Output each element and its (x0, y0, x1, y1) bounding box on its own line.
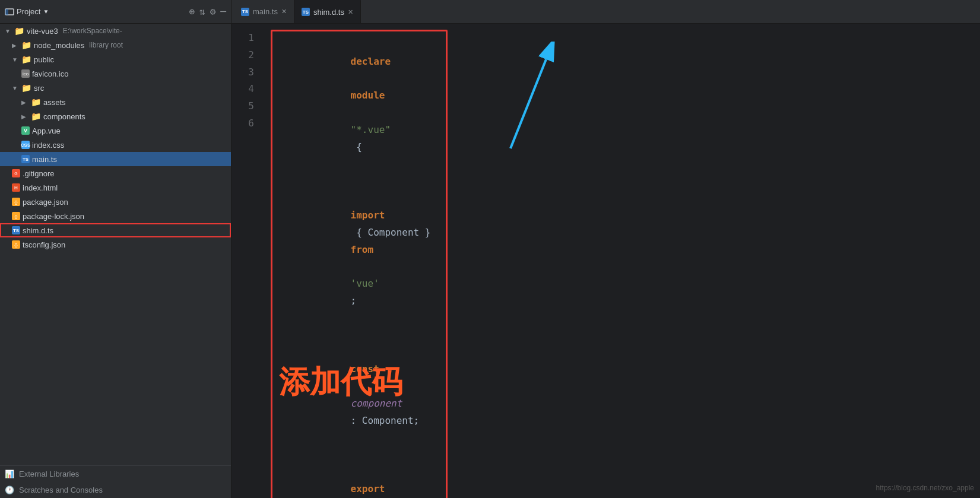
layout-icon[interactable]: ⇅ (199, 6, 205, 17)
main-area: ▼ 📁 vite-vue3 E:\workSpace\vite- ▶ 📁 nod… (0, 24, 980, 498)
app-vue-icon: V (21, 126, 30, 135)
ts-icon-main: TS (241, 8, 249, 16)
kw-export: export (351, 483, 385, 494)
str-vue: 'vue' (351, 278, 379, 289)
index-css-icon: CSS (21, 141, 30, 149)
tab-label-main: main.ts (253, 7, 278, 16)
root-path: E:\workSpace\vite- (63, 27, 122, 35)
src-folder-icon: 📁 (21, 83, 31, 93)
index-html-icon: H (12, 183, 20, 192)
code-line-4: export default component ; (282, 446, 436, 498)
line-num-5: 5 (231, 98, 254, 115)
components-folder-icon: 📁 (31, 112, 41, 121)
sidebar-item-src[interactable]: ▼ 📁 src (0, 81, 231, 95)
shim-ts-icon: TS (12, 226, 20, 234)
tab-close-shim[interactable]: ✕ (348, 8, 353, 16)
line-num-2: 2 (231, 47, 254, 64)
sidebar-item-node-modules[interactable]: ▶ 📁 node_modules library root (0, 38, 231, 52)
line-num-1: 1 (231, 30, 254, 47)
root-folder-icon: 📁 (14, 26, 24, 36)
code-content: declare module "*.vue" { import { Compon… (261, 30, 980, 492)
sidebar-bottom: 📊 External Libraries 🕐 Scratches and Con… (0, 465, 231, 498)
scratches-label: Scratches and Consoles (19, 486, 103, 494)
kw-module: module (351, 90, 385, 101)
root-label: vite-vue3 (27, 27, 58, 36)
external-libraries-icon: 📊 (5, 470, 14, 478)
sidebar-item-index-html[interactable]: H index.html (0, 180, 231, 195)
project-arrow: ▼ (43, 8, 49, 15)
components-label: components (43, 112, 85, 121)
tab-shim-d-ts[interactable]: TS shim.d.ts ✕ (294, 0, 361, 23)
scratches-item[interactable]: 🕐 Scratches and Consoles (0, 482, 231, 498)
public-chevron: ▼ (12, 56, 19, 63)
shim-d-ts-label: shim.d.ts (23, 226, 53, 235)
sidebar-item-components[interactable]: ▶ 📁 components (0, 109, 231, 123)
sidebar-item-package-lock-json[interactable]: {} package-lock.json (0, 209, 231, 223)
node-modules-sublabel: library root (89, 41, 123, 49)
components-chevron: ▶ (21, 113, 28, 120)
code-line-1: declare module "*.vue" { (282, 36, 436, 173)
sidebar-item-favicon[interactable]: ico favicon.ico (0, 66, 231, 81)
kw-import: import (351, 210, 385, 221)
project-panel-header: Project ▼ ⊕ ⇅ ⚙ ─ (0, 0, 231, 23)
add-icon[interactable]: ⊕ (189, 6, 195, 17)
index-html-label: index.html (23, 183, 58, 192)
public-folder-icon: 📁 (21, 55, 31, 64)
toolbar-icons: ⊕ ⇅ ⚙ ─ (189, 6, 226, 17)
main-ts-label: main.ts (32, 155, 57, 164)
package-json-icon: {} (12, 198, 20, 206)
src-label: src (34, 84, 44, 93)
app-vue-label: App.vue (32, 126, 61, 135)
project-title: Project (17, 7, 40, 16)
sidebar-item-shim-d-ts[interactable]: TS shim.d.ts (0, 223, 231, 237)
tree-root[interactable]: ▼ 📁 vite-vue3 E:\workSpace\vite- (0, 24, 231, 38)
sidebar-item-index-css[interactable]: CSS index.css (0, 138, 231, 152)
minimize-icon[interactable]: ─ (220, 6, 226, 17)
tsconfig-json-icon: {} (12, 240, 20, 249)
project-icon (5, 7, 14, 17)
external-libraries-label: External Libraries (19, 470, 79, 478)
sidebar: ▼ 📁 vite-vue3 E:\workSpace\vite- ▶ 📁 nod… (0, 24, 231, 498)
package-lock-json-label: package-lock.json (23, 212, 84, 221)
kw-declare: declare (351, 56, 391, 67)
ts-icon-shim: TS (302, 8, 310, 16)
gitignore-label: .gitignore (23, 169, 54, 178)
scratches-icon: 🕐 (5, 486, 14, 494)
root-chevron: ▼ (5, 28, 12, 34)
sidebar-item-assets[interactable]: ▶ 📁 assets (0, 95, 231, 109)
tab-label-shim: shim.d.ts (313, 8, 344, 17)
code-container: 1 2 3 4 5 6 declare module "*.vue" (231, 24, 980, 498)
line-num-3: 3 (231, 64, 254, 81)
assets-folder-icon: 📁 (31, 97, 41, 107)
line-numbers: 1 2 3 4 5 6 (231, 30, 261, 492)
sidebar-item-package-json[interactable]: {} package.json (0, 195, 231, 209)
main-ts-icon: TS (21, 155, 30, 163)
sidebar-item-tsconfig-json[interactable]: {} tsconfig.json (0, 237, 231, 252)
node-modules-folder-icon: 📁 (21, 40, 31, 50)
settings-icon[interactable]: ⚙ (210, 6, 216, 17)
tsconfig-json-label: tsconfig.json (23, 240, 65, 249)
sidebar-item-public[interactable]: ▼ 📁 public (0, 52, 231, 66)
editor-area: 1 2 3 4 5 6 declare module "*.vue" (231, 24, 980, 498)
tab-main-ts[interactable]: TS main.ts ✕ (234, 0, 294, 23)
external-libraries-item[interactable]: 📊 External Libraries (0, 466, 231, 482)
index-css-label: index.css (32, 141, 64, 150)
sidebar-item-app-vue[interactable]: V App.vue (0, 123, 231, 138)
sidebar-item-gitignore[interactable]: G .gitignore (0, 166, 231, 180)
assets-label: assets (43, 98, 66, 107)
node-modules-chevron: ▶ (12, 42, 19, 49)
favicon-ico-icon: ico (21, 69, 30, 78)
code-highlight-box: declare module "*.vue" { import { Compon… (271, 30, 448, 498)
code-line-2: import { Component } from 'vue' ; (282, 173, 436, 326)
gitignore-icon: G (12, 169, 20, 177)
sidebar-item-main-ts[interactable]: TS main.ts (0, 152, 231, 166)
url-text: https://blog.csdn.net/zxo_apple (876, 484, 974, 492)
str-vue-glob: "*.vue" (351, 124, 391, 135)
public-label: public (34, 55, 54, 64)
line-num-6: 6 (231, 115, 254, 132)
kw-from: from (351, 244, 374, 255)
package-json-label: package.json (23, 198, 68, 207)
tab-close-main[interactable]: ✕ (281, 8, 287, 15)
node-modules-label: node_modules (34, 41, 84, 50)
line-num-4: 4 (231, 81, 254, 98)
